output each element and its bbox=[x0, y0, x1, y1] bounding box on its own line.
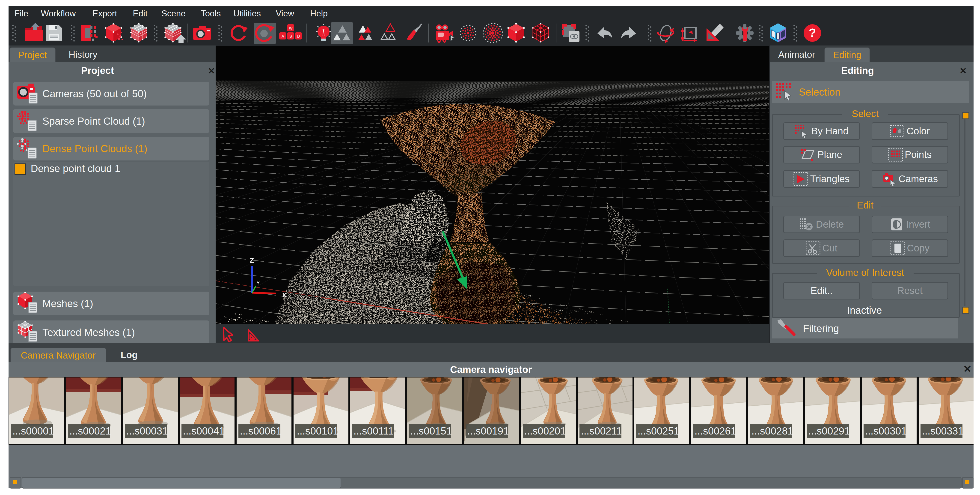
svg-text:...s00301: ...s00301 bbox=[865, 425, 907, 437]
svg-text:...s00061: ...s00061 bbox=[240, 425, 282, 437]
svg-text:S: S bbox=[290, 34, 292, 38]
svg-text:Z: Z bbox=[250, 257, 254, 264]
svg-text:?: ? bbox=[809, 26, 816, 40]
svg-text:...s00251: ...s00251 bbox=[638, 425, 679, 437]
svg-text:...s00031: ...s00031 bbox=[126, 425, 168, 437]
svg-text:...s00331: ...s00331 bbox=[922, 425, 964, 437]
svg-text:...s00021: ...s00021 bbox=[69, 425, 111, 437]
svg-text:...s00191: ...s00191 bbox=[467, 425, 509, 437]
svg-text:...s00001: ...s00001 bbox=[13, 425, 54, 437]
svg-text:W: W bbox=[289, 26, 293, 30]
svg-text:...s00291: ...s00291 bbox=[808, 425, 850, 437]
svg-text:Y: Y bbox=[257, 281, 259, 285]
svg-text:D: D bbox=[297, 34, 300, 38]
svg-text:...s00111: ...s00111 bbox=[353, 425, 394, 437]
svg-text:A: A bbox=[282, 34, 284, 38]
svg-text:...s00041: ...s00041 bbox=[183, 425, 224, 437]
svg-text:X: X bbox=[282, 291, 286, 299]
svg-text:...s00201: ...s00201 bbox=[524, 425, 566, 437]
svg-text:...s00211: ...s00211 bbox=[581, 425, 622, 437]
svg-text:...s00151: ...s00151 bbox=[410, 425, 452, 437]
svg-text:...s00101: ...s00101 bbox=[297, 425, 339, 437]
svg-text:...s00281: ...s00281 bbox=[751, 425, 793, 437]
svg-text:...s00261: ...s00261 bbox=[695, 425, 736, 437]
